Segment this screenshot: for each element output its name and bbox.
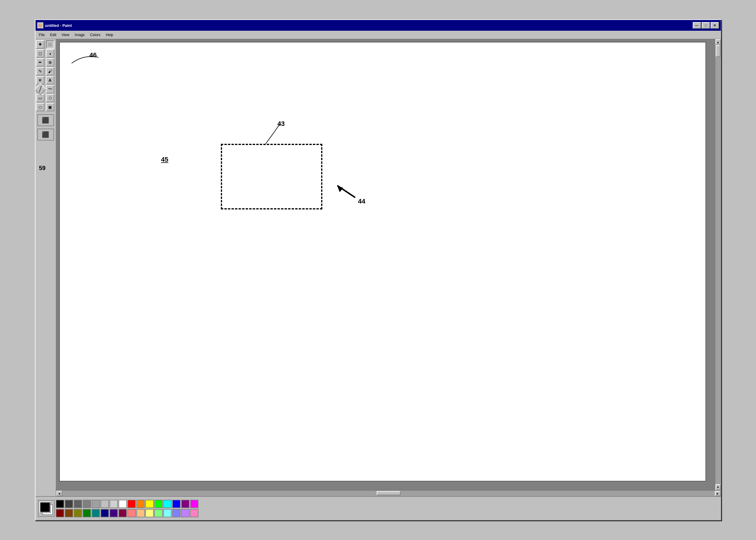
color-swatch2-6[interactable] <box>100 509 109 517</box>
minimize-button[interactable]: — <box>693 22 701 29</box>
color-row-2 <box>56 509 199 517</box>
app-icon: 🎨 <box>37 22 43 28</box>
scroll-down-button[interactable]: ▼ <box>715 484 721 490</box>
color-swatch-red[interactable] <box>127 500 136 508</box>
color-swatch-lightgray2[interactable] <box>109 500 118 508</box>
color-swatch2-13[interactable] <box>163 509 172 517</box>
selection-rectangle <box>221 144 322 209</box>
color-swatch2-2[interactable] <box>65 509 73 517</box>
toolbar: ✦ □ ◻ ⬧ ✒ ⊕ ✎ 🖌 R A ╲ 〜 ▭ ⬡ <box>36 39 57 496</box>
color-swatch-purple[interactable] <box>181 500 190 508</box>
menu-file[interactable]: File <box>37 32 47 38</box>
color-swatch2-12[interactable] <box>154 509 163 517</box>
color-swatch2-11[interactable] <box>145 509 154 517</box>
svg-marker-1 <box>337 186 343 192</box>
menu-image[interactable]: Image <box>72 32 87 38</box>
color-swatch2-9[interactable] <box>127 509 136 517</box>
tool-brush[interactable]: 🖌 <box>46 67 54 75</box>
annotation-43: 43 <box>278 120 285 128</box>
canvas-scroll-area: 46 45 43 <box>57 39 721 490</box>
scroll-right-button[interactable]: ► <box>715 491 721 496</box>
annotation-45: 45 <box>161 156 168 164</box>
color-swatch-blue[interactable] <box>172 500 181 508</box>
tool-polygon[interactable]: ⬡ <box>46 94 54 102</box>
color-swatch-gray[interactable] <box>83 500 91 508</box>
tool-curve[interactable]: 〜 <box>46 85 54 93</box>
tool-magnify[interactable]: ⊕ <box>46 58 54 67</box>
close-button[interactable]: ✕ <box>711 22 719 29</box>
tool-rounded-rect[interactable]: ▣ <box>46 103 54 111</box>
color-swatch-lightgray[interactable] <box>100 500 109 508</box>
color-swatch-white[interactable] <box>118 500 127 508</box>
color-swatch2-1[interactable] <box>56 509 64 517</box>
tool-pencil[interactable]: ✎ <box>36 67 45 75</box>
tool-rect-select[interactable]: □ <box>46 40 54 49</box>
color-swatch2-8[interactable] <box>118 509 127 517</box>
color-swatch-orange[interactable] <box>136 500 145 508</box>
color-swatch-magenta[interactable] <box>190 500 199 508</box>
annotation-46: 46 <box>89 51 97 59</box>
color-swatch-green[interactable] <box>154 500 163 508</box>
tool-fill[interactable]: ⬧ <box>46 49 54 58</box>
scroll-left-button[interactable]: ◄ <box>57 491 63 496</box>
menu-colors[interactable]: Colors <box>88 32 103 38</box>
scroll-up-button[interactable]: ▲ <box>715 39 721 45</box>
tool-grid: ✦ □ ◻ ⬧ ✒ ⊕ ✎ 🖌 R A ╲ 〜 ▭ ⬡ <box>36 40 55 111</box>
color-swatch-silver[interactable] <box>91 500 100 508</box>
window-title: untitled - Paint <box>45 23 72 28</box>
tool-ellipse[interactable]: ⬭ <box>36 103 45 111</box>
menu-view[interactable]: View <box>60 32 72 38</box>
tool-line[interactable]: ╲ <box>36 83 46 95</box>
annotation-43-line <box>260 123 295 147</box>
title-bar-left: 🎨 untitled - Paint <box>37 22 72 28</box>
color-swatch-darkgray[interactable] <box>65 500 73 508</box>
tool-free-select[interactable]: ✦ <box>36 40 45 49</box>
color-bar <box>36 496 721 520</box>
title-bar: 🎨 untitled - Paint — □ ✕ <box>36 20 721 31</box>
annotation-46-line <box>66 48 101 66</box>
color-selector <box>38 500 55 517</box>
color-swatch2-14[interactable] <box>172 509 181 517</box>
main-area: ✦ □ ◻ ⬧ ✒ ⊕ ✎ 🖌 R A ╲ 〜 ▭ ⬡ <box>36 39 721 496</box>
tool-large-2[interactable]: ⬛ <box>37 129 54 141</box>
foreground-color[interactable] <box>40 502 51 512</box>
maximize-button[interactable]: □ <box>702 22 710 29</box>
canvas-inner: 46 45 43 <box>57 39 715 490</box>
scroll-right-thumb[interactable] <box>716 45 720 57</box>
menu-edit[interactable]: Edit <box>48 32 59 38</box>
scroll-bottom-track[interactable] <box>63 491 715 496</box>
color-swatch2-3[interactable] <box>74 509 82 517</box>
color-swatch2-5[interactable] <box>91 509 100 517</box>
color-swatch-darkgray2[interactable] <box>74 500 82 508</box>
color-swatch2-7[interactable] <box>109 509 118 517</box>
window-controls: — □ ✕ <box>693 22 719 29</box>
scroll-bottom-thumb[interactable] <box>377 491 400 495</box>
annotation-59: 59 <box>39 165 46 172</box>
annotation-44: 44 <box>358 198 365 205</box>
color-swatch-black[interactable] <box>56 500 64 508</box>
canvas-area: 46 45 43 <box>57 39 721 496</box>
color-swatch-cyan[interactable] <box>163 500 172 508</box>
scroll-right-track[interactable] <box>715 45 721 484</box>
tool-eraser[interactable]: ◻ <box>36 49 45 58</box>
color-palette <box>56 500 199 517</box>
scrollbar-right: ▲ ▼ <box>715 39 721 490</box>
menu-bar: File Edit View Image Colors Help <box>36 31 721 39</box>
canvas-surface[interactable]: 46 45 43 <box>60 42 706 481</box>
color-swatch2-4[interactable] <box>83 509 91 517</box>
menu-help[interactable]: Help <box>103 32 115 38</box>
annotation-44-arrow <box>328 180 364 203</box>
color-swatch2-15[interactable] <box>181 509 190 517</box>
tool-eyedropper[interactable]: ✒ <box>36 58 45 67</box>
tool-large-1[interactable]: ⬛ <box>37 114 54 126</box>
color-swatch2-10[interactable] <box>136 509 145 517</box>
tool-text[interactable]: A <box>46 76 54 84</box>
color-swatch2-16[interactable] <box>190 509 199 517</box>
scrollbar-bottom: ◄ ► <box>57 490 721 496</box>
main-window: 🎨 untitled - Paint — □ ✕ File Edit View … <box>35 19 721 521</box>
color-swatch-yellow[interactable] <box>145 500 154 508</box>
color-row-1 <box>56 500 199 508</box>
